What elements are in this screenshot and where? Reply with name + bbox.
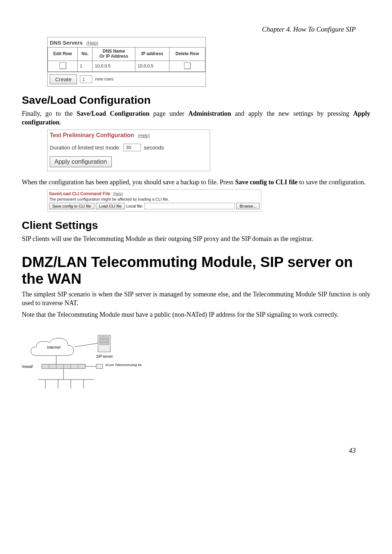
dmz-paragraph-1: The simplest SIP scenario is when the SI… [22, 290, 370, 308]
create-count-input[interactable]: 1 [80, 75, 92, 83]
duration-row: Duration of limited test mode: 30 second… [50, 144, 208, 151]
dns-servers-help-link[interactable]: (Help) [86, 41, 98, 46]
test-config-help-link[interactable]: (Help) [138, 133, 150, 138]
test-config-title: Test Preliminary Configuration (Help) [50, 132, 208, 139]
create-row: Create 1 new rows [48, 72, 205, 86]
cli-title-text: Save/Load CLI Command File [49, 191, 110, 196]
duration-unit: seconds [144, 144, 164, 151]
cli-note: The permanent configuration might be aff… [49, 197, 260, 201]
cli-help-link[interactable]: (Help) [113, 192, 123, 196]
col-edit-row: Edit Row [48, 48, 78, 61]
table-header-row: Edit Row No. DNS Name Or IP Address IP a… [48, 48, 205, 61]
dns-servers-title-text: DNS Servers [50, 40, 83, 46]
apply-configuration-button[interactable]: Apply configuration [50, 156, 112, 167]
browse-button[interactable]: Browse... [236, 203, 260, 209]
svg-rect-13 [96, 364, 103, 369]
col-no: No. [78, 48, 93, 61]
page-number: 43 [22, 447, 370, 455]
chapter-header: Chapter 4. How To Configure SIP [22, 25, 370, 33]
dns-servers-panel: DNS Servers (Help) Edit Row No. DNS Name… [47, 37, 206, 87]
save-cli-button[interactable]: Save config to CLI file [49, 203, 94, 209]
svg-line-4 [74, 343, 98, 347]
applied-paragraph: When the configuration has been applied,… [22, 178, 370, 186]
local-file-label: Local file: [126, 204, 143, 208]
cli-file-panel: Save/Load CLI Command File (Help) The pe… [47, 189, 261, 212]
load-cli-button[interactable]: Load CLI file [96, 203, 125, 209]
sip-server-icon: SIP server [96, 335, 113, 358]
local-file-input[interactable] [144, 203, 235, 209]
create-button[interactable]: Create [50, 74, 77, 84]
module-icon: 3Com Telecommuting Module [96, 363, 142, 369]
dmz-paragraph-2: Note that the Telecommuting Module must … [22, 310, 370, 319]
dmz-heading: DMZ/LAN Telecommuting Module, SIP server… [22, 254, 370, 287]
edit-row-checkbox[interactable] [60, 62, 66, 69]
dns-servers-table: Edit Row No. DNS Name Or IP Address IP a… [48, 47, 205, 72]
save-load-paragraph: Finally, go to the Save/Load Configurati… [22, 109, 370, 127]
save-load-heading: Save/Load Configuration [22, 94, 370, 106]
col-ip-address: IP address [135, 48, 170, 61]
col-dns-name: DNS Name Or IP Address [93, 48, 135, 61]
svg-rect-2 [99, 340, 109, 342]
cloud-icon: Internet [31, 338, 74, 356]
internet-label: Internet [47, 345, 61, 349]
client-settings-heading: Client Settings [22, 219, 370, 231]
firewall-label: Firewall [22, 365, 33, 369]
cli-row: Save config to CLI file Load CLI file Lo… [49, 203, 260, 209]
create-label: new rows [95, 77, 114, 82]
test-config-title-text: Test Preliminary Configuration [50, 132, 134, 138]
delete-row-checkbox[interactable] [184, 62, 191, 69]
row-dns-name: 10.0.0.5 [93, 61, 135, 71]
test-config-panel: Test Preliminary Configuration (Help) Du… [47, 130, 210, 171]
col-delete-row: Delete Row [169, 48, 205, 61]
module-label: 3Com Telecommuting Module [105, 363, 142, 367]
cli-title: Save/Load CLI Command File (Help) [49, 191, 260, 196]
network-diagram: Internet SIP server Firewall 3Com Teleco… [22, 329, 142, 401]
row-no: 1 [78, 61, 93, 71]
sip-server-label: SIP server [96, 354, 113, 358]
client-settings-paragraph: SIP clients will use the Telecommuting M… [22, 234, 370, 243]
firewall-icon: Firewall [22, 364, 85, 369]
duration-input[interactable]: 30 [123, 144, 141, 151]
svg-rect-1 [99, 337, 109, 339]
table-row: 1 10.0.0.5 10.0.0.5 [48, 61, 205, 71]
duration-label: Duration of limited test mode: [50, 144, 121, 151]
svg-rect-3 [99, 342, 109, 345]
dns-servers-title: DNS Servers (Help) [48, 37, 205, 47]
row-ip: 10.0.0.5 [135, 61, 170, 71]
